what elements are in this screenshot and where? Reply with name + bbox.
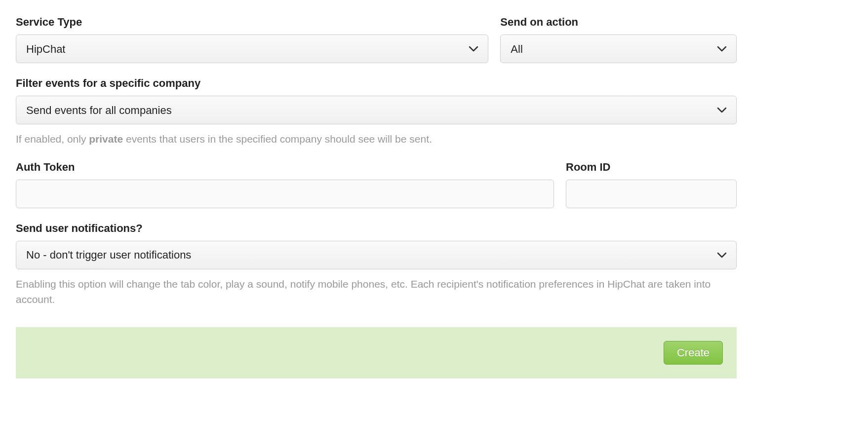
footer-bar: Create (16, 327, 737, 378)
create-button[interactable]: Create (664, 341, 723, 365)
label-filter-company: Filter events for a specific company (16, 77, 737, 90)
help-text-prefix: If enabled, only (16, 133, 89, 145)
help-text-suffix: events that users in the specified compa… (123, 133, 432, 145)
help-text-strong: private (89, 133, 123, 145)
select-filter-company[interactable]: Send events for all companies (16, 96, 737, 124)
input-room-id[interactable] (566, 180, 737, 208)
label-send-notifications: Send user notifications? (16, 222, 737, 235)
select-wrapper-send-notifications: No - don't trigger user notifications (16, 241, 737, 269)
select-send-on-action[interactable]: All (500, 35, 737, 63)
group-room-id: Room ID (566, 161, 737, 208)
label-service-type: Service Type (16, 16, 488, 29)
label-room-id: Room ID (566, 161, 737, 174)
service-config-form: Service Type HipChat Send on action All (16, 16, 737, 378)
select-wrapper-send-on-action: All (500, 35, 737, 63)
input-auth-token[interactable] (16, 180, 554, 208)
group-service-type: Service Type HipChat (16, 16, 488, 63)
label-auth-token: Auth Token (16, 161, 554, 174)
group-send-notifications: Send user notifications? No - don't trig… (16, 222, 737, 269)
row-service-action: Service Type HipChat Send on action All (16, 16, 737, 63)
label-send-on-action: Send on action (500, 16, 737, 29)
row-filter-company: Filter events for a specific company Sen… (16, 77, 737, 124)
row-send-notifications: Send user notifications? No - don't trig… (16, 222, 737, 269)
group-auth-token: Auth Token (16, 161, 554, 208)
help-send-notifications: Enabling this option will change the tab… (16, 276, 737, 307)
select-service-type[interactable]: HipChat (16, 35, 488, 63)
row-auth-room: Auth Token Room ID (16, 161, 737, 208)
group-send-on-action: Send on action All (500, 16, 737, 63)
help-filter-company: If enabled, only private events that use… (16, 131, 737, 147)
group-filter-company: Filter events for a specific company Sen… (16, 77, 737, 124)
select-send-notifications[interactable]: No - don't trigger user notifications (16, 241, 737, 269)
select-wrapper-service-type: HipChat (16, 35, 488, 63)
select-wrapper-filter-company: Send events for all companies (16, 96, 737, 124)
